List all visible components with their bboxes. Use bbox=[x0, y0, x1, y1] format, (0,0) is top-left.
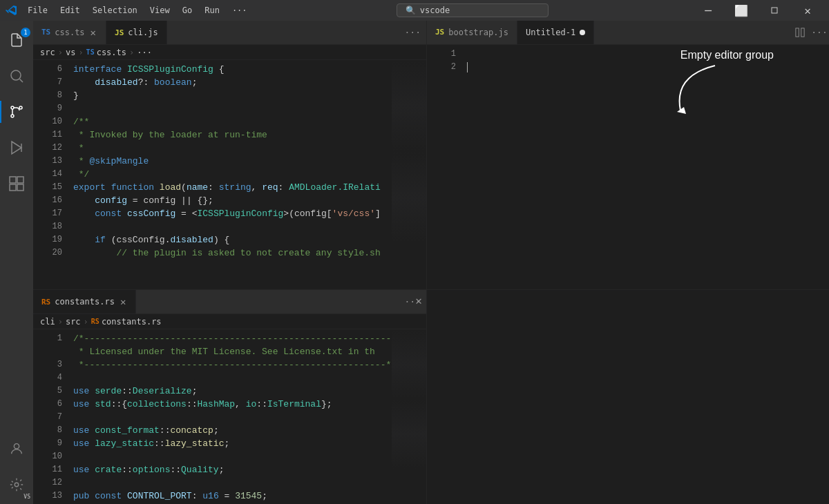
split-editor-button[interactable] bbox=[790, 23, 810, 42]
vs-badge: VS bbox=[22, 494, 32, 500]
js-icon-bootstrap: JS bbox=[435, 28, 444, 37]
svg-point-1 bbox=[11, 70, 21, 80]
svg-point-5 bbox=[11, 115, 14, 117]
editor-area: TS css.ts ✕ JS cli.js ··· src › vs › bbox=[33, 21, 829, 504]
line-numbers-top-right: 12 bbox=[427, 45, 461, 289]
maximize-button[interactable] bbox=[759, 0, 790, 21]
activity-bar-item-run[interactable] bbox=[0, 131, 33, 164]
editor-group-top-left: TS css.ts ✕ JS cli.js ··· src › vs › bbox=[33, 21, 427, 289]
activity-bar-bottom: VS bbox=[0, 432, 33, 504]
breadcrumb-top-left: src › vs › TS css.ts › ··· bbox=[33, 45, 426, 60]
tab-label-cli-js: cli.js bbox=[128, 28, 158, 37]
activity-bar-item-explorer[interactable]: 1 bbox=[0, 23, 33, 57]
breadcrumb-bottom-left: cli › src › RS constants.rs bbox=[33, 314, 426, 329]
code-content-top-left: interface ICSSPluginConfig { disabled?: … bbox=[68, 60, 392, 289]
code-content-bottom-left: /*--------------------------------------… bbox=[68, 329, 392, 504]
ts-icon: TS bbox=[41, 28, 50, 37]
activity-bar-item-source-control[interactable] bbox=[0, 95, 33, 128]
activity-bar-item-account[interactable] bbox=[0, 432, 33, 465]
menu-bar: File Edit Selection View Go Run ··· bbox=[22, 4, 253, 17]
tab-overflow-menu[interactable]: ··· bbox=[399, 21, 426, 44]
menu-file[interactable]: File bbox=[22, 4, 53, 17]
svg-rect-0 bbox=[772, 8, 777, 13]
minimap-bottom-left bbox=[392, 329, 426, 504]
more-actions-button[interactable]: ··· bbox=[810, 23, 829, 42]
top-editor-row: TS css.ts ✕ JS cli.js ··· src › vs › bbox=[33, 21, 829, 290]
rs-icon: RS bbox=[41, 298, 50, 307]
breadcrumb-src[interactable]: src bbox=[40, 48, 55, 57]
svg-rect-11 bbox=[17, 184, 23, 191]
bottom-editor-row: RS constants.rs ✕ ··· ✕ cli › src › RS c… bbox=[33, 290, 829, 504]
tab-close-css-ts[interactable]: ✕ bbox=[89, 26, 97, 39]
svg-point-12 bbox=[14, 444, 19, 449]
code-content-top-right bbox=[461, 45, 829, 289]
svg-rect-15 bbox=[801, 28, 804, 36]
code-editor-bottom-left[interactable]: 134 56789 1011121314 1516 /*------------… bbox=[33, 329, 426, 504]
editor-group-close-button[interactable]: ✕ bbox=[414, 293, 423, 309]
menu-selection[interactable]: Selection bbox=[87, 4, 143, 17]
activity-bar: 1 bbox=[0, 21, 33, 504]
menu-more[interactable]: ··· bbox=[227, 4, 253, 17]
menu-go[interactable]: Go bbox=[177, 4, 198, 17]
svg-line-2 bbox=[20, 79, 23, 82]
tab-bar-top-right: JS bootstrap.js Untitled-1 ··· bbox=[427, 21, 829, 45]
tab-close-constants[interactable]: ✕ bbox=[119, 295, 127, 309]
svg-point-13 bbox=[15, 483, 19, 487]
breadcrumb-vs[interactable]: vs bbox=[66, 48, 75, 57]
tab-untitled-1[interactable]: Untitled-1 bbox=[517, 21, 594, 44]
code-editor-top-left[interactable]: 678910 1112131415 1617181920 interface I… bbox=[33, 60, 426, 289]
text-cursor bbox=[467, 62, 468, 72]
activity-bar-item-search[interactable] bbox=[0, 59, 33, 93]
tab-css-ts[interactable]: TS css.ts ✕ bbox=[33, 21, 106, 44]
restore-button[interactable]: ⬜ bbox=[725, 0, 757, 21]
svg-rect-10 bbox=[10, 184, 16, 191]
search-icon: 🔍 bbox=[406, 6, 416, 15]
editor-group-bottom-left: RS constants.rs ✕ ··· ✕ cli › src › RS c… bbox=[33, 290, 427, 504]
modified-indicator bbox=[580, 30, 585, 35]
tab-label-untitled: Untitled-1 bbox=[526, 28, 575, 37]
js-icon: JS bbox=[115, 28, 124, 37]
tab-bar-bottom-left: RS constants.rs ✕ ··· ✕ bbox=[33, 290, 426, 314]
tab-bootstrap-js[interactable]: JS bootstrap.js bbox=[427, 21, 517, 44]
svg-rect-14 bbox=[796, 28, 799, 36]
title-search[interactable]: 🔍 vscode bbox=[397, 3, 549, 17]
line-numbers-top-left: 678910 1112131415 1617181920 bbox=[33, 60, 68, 289]
minimize-button[interactable]: ─ bbox=[692, 0, 724, 21]
window-controls: ─ ⬜ ✕ bbox=[692, 0, 823, 21]
vscode-logo-icon bbox=[6, 5, 17, 16]
svg-rect-9 bbox=[17, 177, 23, 183]
menu-view[interactable]: View bbox=[144, 4, 175, 17]
tab-constants-rs[interactable]: RS constants.rs ✕ bbox=[33, 290, 136, 313]
app-container: 1 bbox=[0, 21, 829, 504]
editor-group-bottom-right bbox=[427, 290, 829, 504]
tab-label-bootstrap: bootstrap.js bbox=[448, 28, 508, 37]
activity-bar-item-settings[interactable]: VS bbox=[0, 468, 33, 501]
title-center: 🔍 vscode bbox=[258, 3, 687, 17]
breadcrumb-ts[interactable]: TS css.ts bbox=[86, 48, 126, 57]
minimap-top-left bbox=[392, 60, 426, 289]
tab-label-constants: constants.rs bbox=[55, 297, 115, 307]
code-editor-top-right[interactable]: 12 bbox=[427, 45, 829, 289]
svg-marker-6 bbox=[12, 142, 21, 154]
breadcrumb-constants-rs[interactable]: RS constants.rs bbox=[91, 317, 162, 327]
tab-label-css-ts: css.ts bbox=[55, 28, 84, 37]
tab-bar-actions-right: ··· bbox=[790, 21, 829, 44]
tab-cli-js[interactable]: JS cli.js bbox=[106, 21, 167, 44]
breadcrumb-cli[interactable]: cli bbox=[40, 317, 55, 327]
breadcrumb-ellipsis[interactable]: ··· bbox=[137, 48, 152, 57]
title-bar: File Edit Selection View Go Run ··· 🔍 vs… bbox=[0, 0, 829, 21]
line-numbers-bottom-left: 134 56789 1011121314 1516 bbox=[33, 329, 68, 504]
svg-rect-8 bbox=[10, 177, 16, 183]
activity-bar-item-extensions[interactable] bbox=[0, 167, 33, 200]
explorer-badge: 1 bbox=[21, 28, 30, 37]
tab-bar-top-left: TS css.ts ✕ JS cli.js ··· bbox=[33, 21, 426, 45]
menu-run[interactable]: Run bbox=[199, 4, 225, 17]
svg-point-3 bbox=[11, 106, 14, 109]
menu-edit[interactable]: Edit bbox=[55, 4, 86, 17]
breadcrumb-src-bottom[interactable]: src bbox=[66, 317, 81, 327]
close-button[interactable]: ✕ bbox=[792, 0, 823, 21]
svg-point-4 bbox=[19, 106, 22, 109]
editor-group-top-right: JS bootstrap.js Untitled-1 ··· bbox=[427, 21, 829, 289]
